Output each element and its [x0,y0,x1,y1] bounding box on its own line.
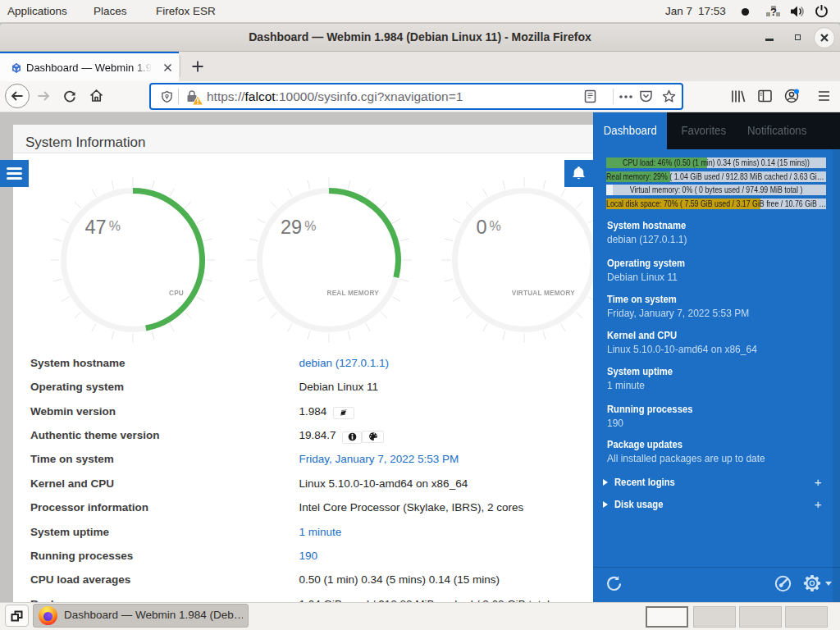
svg-text:?: ? [770,6,777,18]
